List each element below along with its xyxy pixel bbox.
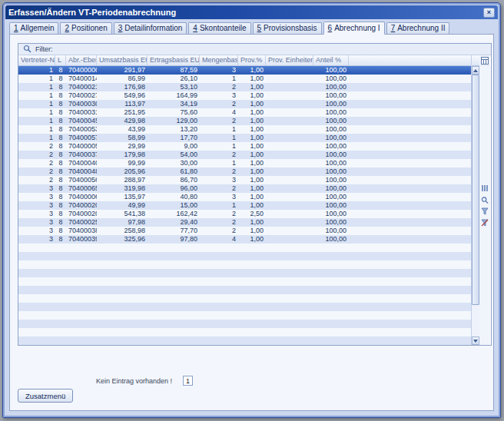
- cell: 1: [200, 125, 238, 134]
- cell: 70400037: [66, 151, 97, 159]
- cell: 1,00: [238, 142, 266, 151]
- table-row[interactable]: 3870400039325,9697,8041,00100,00: [18, 235, 471, 244]
- empty-row: [18, 303, 471, 311]
- cell: 8: [55, 176, 66, 184]
- columns-icon[interactable]: [480, 184, 489, 193]
- cell: 8: [55, 91, 66, 100]
- cell: 4: [200, 235, 238, 244]
- filter-bar[interactable]: Filter:: [18, 44, 491, 55]
- col-header-ertragsbasis[interactable]: Ertragsbasis EUR: [148, 55, 200, 65]
- cell: 113,97: [97, 100, 148, 108]
- table-row[interactable]: 2870400056288,9786,7031,00100,00: [18, 176, 471, 184]
- cell: [266, 108, 313, 117]
- scroll-up-button[interactable]: [472, 66, 479, 75]
- close-button[interactable]: ×: [483, 8, 495, 18]
- scrollbar-thumb[interactable]: [472, 75, 479, 305]
- col-header-vertreter-nr[interactable]: Vertreter-Nr.: [18, 55, 55, 65]
- cell: 70400025: [66, 218, 97, 227]
- cell: 70400040: [66, 159, 97, 167]
- clear-filter-icon[interactable]: [480, 218, 489, 227]
- no-entry-text: Kein Eintrag vorhanden !: [96, 377, 172, 385]
- table-row[interactable]: 3870400065319,9896,0021,00100,00: [18, 184, 471, 193]
- tab-detailinformation[interactable]: 3Detailinformation: [114, 22, 187, 34]
- cell: 13,20: [148, 125, 200, 134]
- column-chooser-icon[interactable]: [480, 56, 489, 65]
- table-row[interactable]: 187040001486,9926,1011,00100,00: [18, 75, 471, 83]
- cell: 8: [55, 151, 66, 159]
- filter-label: Filter:: [35, 45, 53, 53]
- col-header-l[interactable]: L: [55, 55, 66, 65]
- table-row[interactable]: 3870400006135,9740,8031,00100,00: [18, 193, 471, 201]
- cell: 1,00: [238, 167, 266, 176]
- cell: 1,00: [238, 159, 266, 167]
- cell: 3: [18, 210, 55, 218]
- table-row[interactable]: 2870400037179,9854,0021,00100,00: [18, 151, 471, 159]
- window-title: Erfassen/Ändern VT-Periodenabrechnung: [8, 8, 483, 17]
- col-header-anteil-pct[interactable]: Anteil %: [313, 55, 349, 65]
- cell: 8: [55, 66, 66, 75]
- cell: 3: [18, 235, 55, 244]
- table-row[interactable]: 3870400038258,9877,7021,00100,00: [18, 227, 471, 235]
- cell: 8: [55, 235, 66, 244]
- col-header-mengenbasis[interactable]: Mengenbasis: [200, 55, 238, 65]
- tab-skontoanteile[interactable]: 4Skontoanteile: [188, 22, 250, 34]
- table-row[interactable]: 1870400000291,9787,5931,00100,00: [18, 66, 471, 75]
- cell: 1,00: [238, 184, 266, 193]
- table-row[interactable]: 3870400020541,38162,4222,50100,00: [18, 210, 471, 218]
- cell: 2: [18, 167, 55, 176]
- dialog-window: Erfassen/Ändern VT-Periodenabrechnung × …: [2, 2, 501, 418]
- cell: 4: [200, 108, 238, 117]
- tab-positionen[interactable]: 2Positionen: [60, 22, 111, 34]
- cell: 251,95: [97, 108, 148, 117]
- col-header-prov-einheiten[interactable]: Prov. Einheiten: [266, 55, 313, 65]
- empty-row: [18, 294, 471, 303]
- table-row[interactable]: 2870400048205,9661,8021,00100,00: [18, 167, 471, 176]
- table-row[interactable]: 1870400021176,9853,1021,00100,00: [18, 83, 471, 91]
- cell: 100,00: [313, 125, 349, 134]
- table-row[interactable]: 1870400027549,96164,9931,00100,00: [18, 91, 471, 100]
- cell: 1,00: [238, 100, 266, 108]
- cell: 17,70: [148, 134, 200, 142]
- empty-row: [18, 277, 471, 286]
- filter-icon[interactable]: [480, 207, 489, 216]
- cell: 2: [200, 184, 238, 193]
- table-row[interactable]: 1870400045429,98129,0021,00100,00: [18, 117, 471, 125]
- cell: [266, 134, 313, 142]
- cell: 9,00: [148, 142, 200, 151]
- col-header-umsatzbasis[interactable]: Umsatzbasis EUR: [97, 55, 148, 65]
- table-row[interactable]: 287040004099,9930,0011,00100,00: [18, 159, 471, 167]
- table-row[interactable]: 287040000529,999,0011,00100,00: [18, 142, 471, 151]
- scrollbar-track[interactable]: [472, 75, 479, 336]
- tab-strip: 1Allgemein 2Positionen 3Detailinformatio…: [9, 21, 451, 34]
- table-row[interactable]: 387040002597,9829,4021,00100,00: [18, 218, 471, 227]
- col-header-prov-pct[interactable]: Prov.%: [238, 55, 266, 65]
- cell: 77,70: [148, 227, 200, 235]
- cell: 8: [55, 218, 66, 227]
- table-row[interactable]: 187040005758,9917,7011,00100,00: [18, 134, 471, 142]
- col-header-abr-ebene[interactable]: Abr.-Ebene: [66, 55, 97, 65]
- table-row[interactable]: 187040005343,9913,2011,00100,00: [18, 125, 471, 134]
- table-row[interactable]: 1870400030113,9734,1921,00100,00: [18, 100, 471, 108]
- cell: 8: [55, 117, 66, 125]
- cell: 100,00: [313, 159, 349, 167]
- cell: 70400030: [66, 100, 97, 108]
- cell: 70400056: [66, 176, 97, 184]
- zusatzmenu-button[interactable]: Zusatzmenü: [18, 389, 73, 403]
- cell: 1,00: [238, 117, 266, 125]
- scroll-down-button[interactable]: [472, 336, 479, 345]
- cell: 8: [55, 227, 66, 235]
- tab-provisionsbasis[interactable]: 5Provisionsbasis: [253, 22, 322, 34]
- cell: 86,70: [148, 176, 200, 184]
- search-plus-icon[interactable]: [480, 195, 489, 204]
- titlebar[interactable]: Erfassen/Ändern VT-Periodenabrechnung ×: [5, 5, 498, 19]
- vertical-scrollbar[interactable]: [471, 55, 479, 345]
- table-row[interactable]: 387040002049,9915,0011,00100,00: [18, 201, 471, 210]
- cell: 100,00: [313, 108, 349, 117]
- table-row[interactable]: 1870400031251,9575,6041,00100,00: [18, 108, 471, 117]
- tab-allgemein[interactable]: 1Allgemein: [9, 22, 58, 34]
- tab-abrechnung-2[interactable]: 7Abrechnung II: [386, 22, 450, 34]
- cell: [266, 66, 313, 75]
- cell: 162,42: [148, 210, 200, 218]
- tab-abrechnung-1[interactable]: 6Abrechnung I: [323, 22, 385, 35]
- cell: 1,00: [238, 218, 266, 227]
